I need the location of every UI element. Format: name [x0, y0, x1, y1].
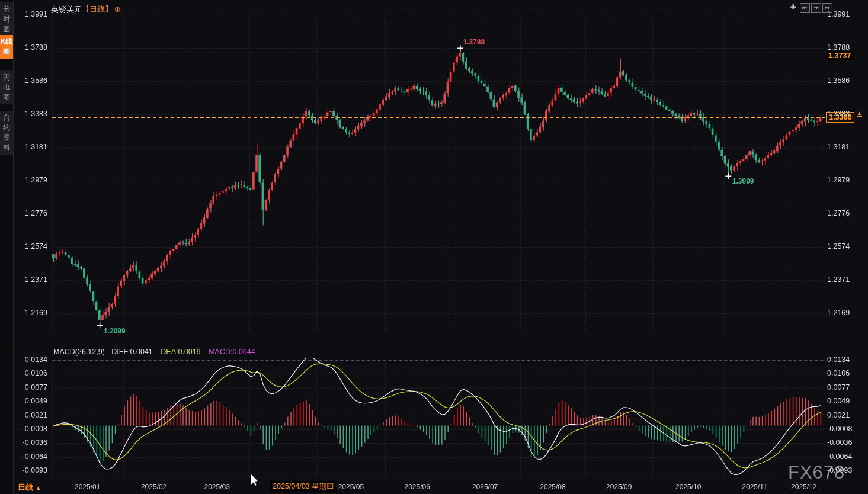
zoom-in-range-icon[interactable]: ⇥ — [811, 3, 821, 13]
sidebar-item-kline-chart[interactable]: K线图 — [0, 35, 13, 59]
sidebar-item-lightning-chart[interactable]: 闪电图 — [0, 70, 13, 104]
price-marker-icon[interactable]: ▲ — [857, 111, 862, 117]
zoom-out-range-icon[interactable]: ⇤ — [800, 3, 810, 13]
period-selector[interactable]: 日线 ▲ — [18, 482, 41, 493]
period-selector-label: 日线 — [18, 483, 33, 492]
sidebar-item-contract-info[interactable]: 合约资料 — [0, 111, 13, 155]
chart-type-sidebar: 分时图 K线图 闪电图 合约资料 — [0, 0, 14, 494]
time-axis-divider — [13, 480, 868, 480]
move-tool-icon[interactable]: ✚ — [789, 3, 797, 12]
period-up-arrow-icon: ▲ — [36, 485, 41, 491]
settings-icon[interactable]: ⊕ — [114, 5, 121, 14]
sidebar-item-time-chart[interactable]: 分时图 — [0, 2, 13, 36]
trading-app-window: 分时图 K线图 闪电图 合约资料 英镑美元【日线】⊕ ✚ ⇤ ⇥ ↦ MACD(… — [0, 0, 868, 494]
candlestick-chart[interactable] — [0, 0, 868, 494]
goto-latest-icon[interactable]: ↦ — [822, 3, 832, 13]
crosshair-date-badge: 2025/04/03 星期四 — [270, 481, 337, 492]
